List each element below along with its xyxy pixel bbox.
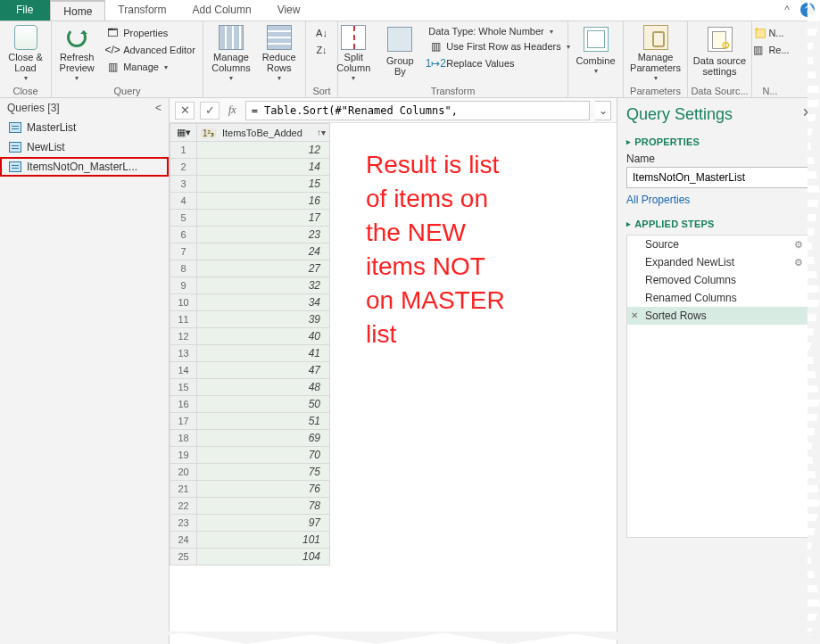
cell-value[interactable]: 48 — [197, 379, 330, 396]
properties-section[interactable]: PROPERTIES — [634, 136, 700, 147]
table-row[interactable]: 2278 — [170, 498, 330, 515]
refresh-preview-button[interactable]: Refresh Preview — [55, 23, 98, 86]
table-row[interactable]: 827 — [170, 260, 330, 277]
formula-input[interactable] — [245, 101, 590, 120]
cell-value[interactable]: 12 — [197, 142, 330, 159]
applied-steps-section[interactable]: APPLIED STEPS — [634, 219, 714, 229]
row-number[interactable]: 24 — [170, 532, 197, 549]
cell-value[interactable]: 75 — [197, 464, 330, 481]
row-number[interactable]: 6 — [170, 227, 197, 244]
table-row[interactable]: 517 — [170, 210, 330, 227]
replace-values-button[interactable]: 1↦2 Replace Values — [425, 55, 573, 71]
collapse-queries-icon[interactable]: < — [155, 102, 162, 114]
table-row[interactable]: 1034 — [170, 294, 330, 311]
table-row[interactable]: 932 — [170, 277, 330, 294]
cell-value[interactable]: 41 — [197, 345, 330, 362]
select-all-cell[interactable]: ▦▾ — [170, 124, 197, 142]
applied-step[interactable]: Renamed Columns — [627, 289, 810, 307]
reduce-rows-button[interactable]: Reduce Rows — [258, 23, 301, 86]
row-number[interactable]: 7 — [170, 244, 197, 260]
row-number[interactable]: 8 — [170, 260, 197, 277]
new-source-button[interactable]: N... — [747, 25, 792, 41]
use-first-row-headers-button[interactable]: ▥ Use First Row as Headers — [425, 38, 573, 54]
cell-value[interactable]: 16 — [197, 193, 330, 210]
table-row[interactable]: 1447 — [170, 362, 330, 379]
row-number[interactable]: 15 — [170, 379, 197, 396]
manage-parameters-button[interactable]: Manage Parameters — [626, 23, 684, 86]
step-settings-icon[interactable]: ⚙ — [794, 257, 803, 268]
apply-formula-button[interactable]: ✓ — [200, 102, 219, 120]
recent-sources-button[interactable]: ▥ Re... — [747, 42, 792, 58]
manage-columns-button[interactable]: Manage Columns — [208, 23, 253, 86]
row-number[interactable]: 21 — [170, 481, 197, 498]
row-number[interactable]: 12 — [170, 328, 197, 345]
row-number[interactable]: 22 — [170, 498, 197, 515]
cell-value[interactable]: 27 — [197, 260, 330, 277]
combine-button[interactable]: Combine — [572, 23, 618, 86]
applied-step[interactable]: Expanded NewList⚙ — [627, 253, 810, 271]
tab-home[interactable]: Home — [50, 0, 105, 21]
step-settings-icon[interactable]: ⚙ — [794, 239, 803, 251]
sort-asc-button[interactable]: A↓ — [311, 25, 333, 41]
properties-button[interactable]: 🗔 Properties — [102, 25, 199, 41]
cancel-formula-button[interactable]: ✕ — [175, 102, 195, 120]
row-number[interactable]: 16 — [170, 396, 197, 413]
cell-value[interactable]: 15 — [197, 176, 330, 193]
all-properties-link[interactable]: All Properties — [626, 194, 811, 206]
cell-value[interactable]: 76 — [197, 481, 330, 498]
table-row[interactable]: 416 — [170, 193, 330, 210]
cell-value[interactable]: 40 — [197, 328, 330, 345]
row-number[interactable]: 1 — [170, 142, 197, 159]
cell-value[interactable]: 14 — [197, 159, 330, 176]
tab-file[interactable]: File — [0, 0, 50, 21]
table-row[interactable]: 1751 — [170, 413, 330, 430]
data-source-settings-button[interactable]: Data source settings — [690, 23, 750, 86]
collapse-ribbon-icon[interactable]: ^ — [779, 0, 795, 21]
query-masterlist[interactable]: MasterList — [0, 118, 169, 137]
row-number[interactable]: 18 — [170, 430, 197, 447]
table-row[interactable]: 1548 — [170, 379, 330, 396]
close-query-settings-button[interactable]: ✕ — [802, 105, 813, 120]
row-number[interactable]: 20 — [170, 464, 197, 481]
cell-value[interactable]: 69 — [197, 430, 330, 447]
query-itemsnoton-masterlist[interactable]: ItemsNotOn_MasterL... — [0, 157, 169, 177]
delete-step-icon[interactable]: ✕ — [631, 310, 638, 320]
row-number[interactable]: 13 — [170, 345, 197, 362]
cell-value[interactable]: 47 — [197, 362, 330, 379]
row-number[interactable]: 10 — [170, 294, 197, 311]
cell-value[interactable]: 51 — [197, 413, 330, 430]
help-icon[interactable]: ? — [800, 3, 815, 17]
tab-add-column[interactable]: Add Column — [180, 0, 265, 21]
query-newlist[interactable]: NewList — [0, 137, 169, 157]
table-row[interactable]: 1341 — [170, 345, 330, 362]
table-row[interactable]: 1869 — [170, 430, 330, 447]
table-row[interactable]: 2176 — [170, 481, 330, 498]
row-number[interactable]: 4 — [170, 193, 197, 210]
applied-step[interactable]: Source⚙ — [627, 235, 810, 253]
cell-value[interactable]: 101 — [197, 532, 330, 549]
table-row[interactable]: 1139 — [170, 311, 330, 328]
sort-desc-button[interactable]: Z↓ — [311, 42, 333, 58]
cell-value[interactable]: 50 — [197, 396, 330, 413]
table-row[interactable]: 623 — [170, 227, 330, 244]
manage-button[interactable]: ▥ Manage — [102, 59, 199, 75]
row-number[interactable]: 5 — [170, 210, 197, 227]
table-row[interactable]: 2075 — [170, 464, 330, 481]
row-number[interactable]: 11 — [170, 311, 197, 328]
table-row[interactable]: 112 — [170, 142, 330, 159]
data-type-button[interactable]: Data Type: Whole Number — [425, 25, 573, 37]
tab-transform[interactable]: Transform — [105, 0, 179, 21]
row-number[interactable]: 25 — [170, 549, 197, 566]
split-column-button[interactable]: Split Column — [332, 23, 375, 86]
cell-value[interactable]: 17 — [197, 210, 330, 227]
row-number[interactable]: 2 — [170, 159, 197, 176]
column-header-itemstobe-added[interactable]: 1²₃ ItemsToBe_Added ↑▾ — [197, 124, 330, 142]
cell-value[interactable]: 39 — [197, 311, 330, 328]
group-by-button[interactable]: Group By — [378, 23, 421, 86]
query-name-input[interactable] — [626, 167, 811, 188]
table-row[interactable]: 25104 — [170, 549, 330, 566]
row-number[interactable]: 9 — [170, 277, 197, 294]
datatype-icon[interactable]: 1²₃ — [201, 128, 216, 138]
table-row[interactable]: 1970 — [170, 447, 330, 464]
row-number[interactable]: 19 — [170, 447, 197, 464]
